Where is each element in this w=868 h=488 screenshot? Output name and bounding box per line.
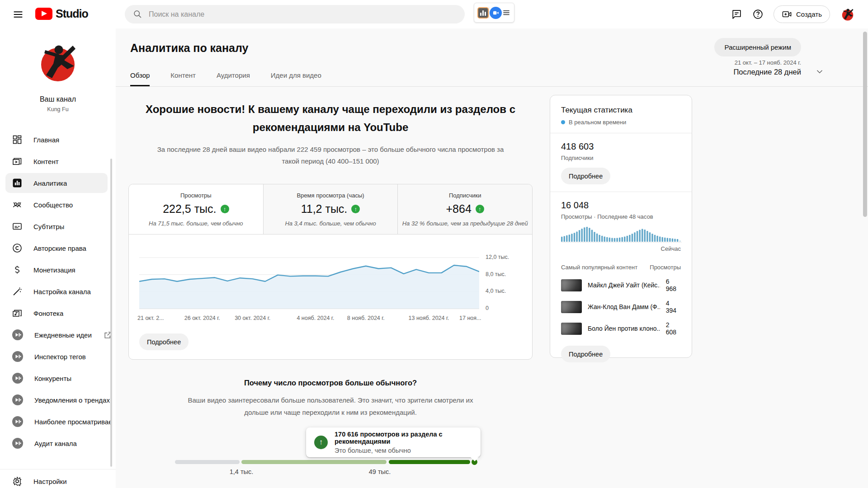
create-button[interactable]: Создать — [774, 5, 830, 23]
sidebar-item-сообщество[interactable]: Сообщество — [0, 194, 116, 216]
search-bar[interactable] — [125, 5, 465, 23]
views-48h-label: Просмотры · Последние 48 часов — [550, 213, 692, 220]
sidebar-item-label: Авторские права — [33, 244, 86, 252]
sidebar-item-label: Фонотека — [33, 310, 63, 317]
now-label: Сейчас — [550, 245, 692, 252]
create-video-icon — [782, 9, 792, 19]
sidebar-item-фонотека[interactable]: Фонотека — [0, 302, 116, 324]
help-icon[interactable] — [752, 9, 764, 20]
video-thumbnail — [561, 279, 582, 291]
range-segment-typical — [241, 460, 387, 464]
sidebar-item-главная[interactable]: Главная — [0, 129, 116, 150]
tab-контент[interactable]: Контент — [170, 71, 196, 86]
top-bar: Studio Создать — [0, 0, 868, 28]
search-input[interactable] — [149, 10, 420, 19]
studio-brand-label: Studio — [56, 7, 88, 20]
divider — [0, 469, 116, 469]
sidebar-item-label: Уведомления о трендах — [34, 396, 110, 404]
sidebar-item-наиболее-просматривае[interactable]: Наиболее просматривае — [0, 411, 116, 432]
top-content-label: Самый популярный контент — [561, 264, 637, 271]
top-content-row[interactable]: Жан-Клод Ван Дамм (Ф...4 394 — [561, 300, 681, 314]
extension-logo-icon[interactable] — [490, 7, 502, 19]
sidebar-item-аудит-канала[interactable]: Аудит канала — [0, 432, 116, 454]
vidiq-icon — [12, 437, 24, 449]
metric-tab-время-просмотра-часы-[interactable]: Время просмотра (часы)11,2 тыс.↑На 3,4 т… — [264, 184, 398, 234]
sidebar-item-label: Настройка канала — [33, 288, 91, 296]
extension-menu-icon[interactable] — [502, 8, 511, 17]
metric-tabs: Просмотры222,5 тыс.↑На 71,5 тыс. больше,… — [129, 184, 532, 235]
sidebar-item-авторские-права[interactable]: Авторские права — [0, 237, 116, 259]
advanced-mode-button[interactable]: Расширенный режим — [714, 38, 801, 56]
sidebar-item-label: Главная — [33, 136, 59, 144]
metric-tab-подписчики[interactable]: Подписчики+864↑На 32 % больше, чем за пр… — [398, 184, 532, 234]
sidebar-item-инспектор-тегов[interactable]: Инспектор тегов — [0, 346, 116, 367]
create-button-label: Создать — [796, 10, 822, 18]
date-range-picker[interactable]: 21 окт. – 17 нояб. 2024 г. Последние 28 … — [733, 59, 801, 76]
sidebar-item-уведомления-о-трендах[interactable]: Уведомления о трендах — [0, 389, 116, 411]
metric-value: +864↑ — [398, 202, 532, 216]
sidebar-scrollbar[interactable] — [110, 159, 112, 467]
metric-value: 222,5 тыс.↑ — [129, 202, 263, 216]
vidiq-icon — [12, 372, 24, 384]
sidebar-item-ежедневные-идеи[interactable]: Ежедневные идеи — [0, 324, 116, 346]
youtube-studio-logo[interactable]: Studio — [35, 7, 88, 20]
date-range-label: Последние 28 дней — [733, 68, 801, 76]
y-axis-tick: 12,0 тыс. — [486, 254, 509, 260]
tab-обзор[interactable]: Обзор — [130, 71, 150, 86]
account-avatar[interactable] — [840, 7, 855, 22]
views-trend-svg[interactable] — [139, 251, 479, 309]
subscribers-details-button[interactable]: Подробнее — [561, 168, 610, 184]
top-content-row[interactable]: Майкл Джей Уайт (Кейс...6 968 — [561, 278, 681, 292]
tab-идеи-для-видео[interactable]: Идеи для видео — [271, 71, 321, 86]
tab-аудитория[interactable]: Аудитория — [217, 71, 250, 86]
y-axis-tick: 8,0 тыс. — [486, 271, 506, 277]
sidebar-item-конкуренты[interactable]: Конкуренты — [0, 367, 116, 389]
why-section-body: Ваши видео заинтересовали больше пользов… — [181, 394, 480, 418]
sidebar-item-настройки[interactable]: Настройки — [0, 470, 116, 488]
video-title: Майкл Джей Уайт (Кейс... — [588, 282, 660, 289]
sidebar-item-label: Контент — [33, 158, 59, 165]
browser-extension-toolbar — [474, 3, 514, 23]
sidebar-item-монетизация[interactable]: Монетизация — [0, 259, 116, 281]
realtime-details-button[interactable]: Подробнее — [561, 346, 610, 362]
tooltip-title: 170 616 просмотров из раздела с рекоменд… — [335, 431, 472, 445]
arrow-up-icon: ↑ — [314, 436, 328, 449]
analytics-icon — [12, 178, 23, 188]
sidebar-menu: ГлавнаяКонтентАналитикаСообществоСубтитр… — [0, 129, 116, 469]
x-axis-tick: 8 нояб. 2024 г. — [347, 315, 385, 321]
sidebar-item-label: Конкуренты — [34, 375, 71, 382]
metric-note: На 3,4 тыс. больше, чем обычно — [264, 220, 398, 227]
sidebar: Ваш канал Kung Fu ГлавнаяКонтентАналитик… — [0, 28, 116, 488]
page-scrollbar[interactable] — [863, 32, 867, 217]
channel-handle: Kung Fu — [0, 106, 116, 113]
sidebar-item-контент[interactable]: Контент — [0, 150, 116, 172]
good-news-subtitle: За последние 28 дней ваши видео набрали … — [151, 144, 510, 167]
chevron-down-icon[interactable] — [815, 66, 825, 76]
top-content-header: Самый популярный контент Просмотры — [550, 264, 692, 271]
sidebar-item-субтитры[interactable]: Субтитры — [0, 216, 116, 237]
content-icon — [12, 156, 23, 167]
sidebar-item-label: Субтитры — [33, 223, 64, 230]
audio-library-icon — [12, 308, 23, 319]
threshold-high-label: 49 тыс. — [353, 468, 407, 475]
video-views: 6 968 — [666, 278, 681, 292]
feedback-bubble-icon[interactable] — [731, 9, 742, 20]
sidebar-item-label: Аудит канала — [34, 440, 77, 447]
menu-icon[interactable] — [12, 8, 24, 21]
sidebar-item-аналитика[interactable]: Аналитика — [0, 172, 116, 194]
sidebar-item-настройка-канала[interactable]: Настройка канала — [0, 281, 116, 302]
extension-chart-icon[interactable] — [477, 7, 489, 19]
arrow-up-icon: ↑ — [351, 205, 360, 213]
metric-label: Подписчики — [398, 192, 532, 199]
vidiq-icon — [12, 416, 24, 427]
x-axis-tick: 21 окт. 2... — [137, 315, 164, 321]
good-news-headline: Хорошие новости! К вашему каналу чаще пе… — [128, 100, 533, 136]
realtime-bars-svg[interactable] — [561, 225, 682, 243]
chart-details-button[interactable]: Подробнее — [139, 333, 189, 350]
channel-avatar[interactable] — [35, 40, 80, 85]
youtube-play-icon — [35, 8, 52, 20]
divider — [550, 133, 692, 133]
realtime-bar-chart — [550, 225, 692, 243]
metric-tab-просмотры[interactable]: Просмотры222,5 тыс.↑На 71,5 тыс. больше,… — [129, 184, 264, 234]
top-content-row[interactable]: Боло Йен против клоно...2 608 — [561, 321, 681, 336]
